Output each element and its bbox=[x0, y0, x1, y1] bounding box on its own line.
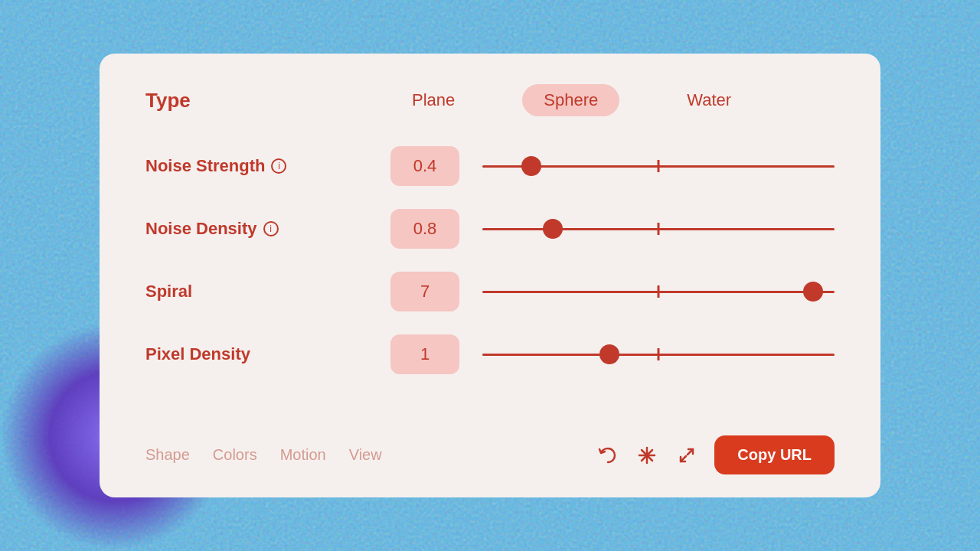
slider-row-noise-strength: Noise Strength i 0.4 bbox=[145, 139, 835, 193]
tab-shape[interactable]: Shape bbox=[145, 446, 190, 464]
main-panel: Type Plane Sphere Water Noise Strength i… bbox=[100, 54, 880, 497]
noise-strength-slider[interactable] bbox=[482, 158, 835, 174]
noise-density-thumb[interactable] bbox=[543, 219, 563, 239]
pixel-density-midmark bbox=[658, 348, 660, 360]
spiral-midmark bbox=[658, 285, 660, 298]
noise-strength-thumb[interactable] bbox=[521, 156, 541, 176]
type-option-sphere[interactable]: Sphere bbox=[522, 84, 619, 116]
noise-strength-track bbox=[482, 165, 835, 168]
noise-density-slider[interactable] bbox=[482, 221, 835, 236]
type-row: Type Plane Sphere Water bbox=[145, 84, 835, 116]
spiral-label: Spiral bbox=[145, 282, 390, 302]
bottom-bar: Shape Colors Motion View bbox=[145, 428, 835, 474]
sliders-section: Noise Strength i 0.4 Noise Density i 0.8 bbox=[145, 139, 835, 412]
spiral-thumb[interactable] bbox=[803, 282, 823, 302]
randomize-icon[interactable] bbox=[635, 443, 659, 468]
tab-view[interactable]: View bbox=[349, 446, 382, 464]
slider-row-pixel-density: Pixel Density 1 bbox=[145, 328, 835, 381]
pixel-density-thumb[interactable] bbox=[599, 344, 619, 364]
undo-icon[interactable] bbox=[595, 443, 619, 468]
nav-tabs: Shape Colors Motion View bbox=[145, 446, 595, 464]
type-label: Type bbox=[145, 89, 390, 112]
noise-density-midmark bbox=[658, 223, 660, 235]
spiral-slider[interactable] bbox=[482, 284, 835, 299]
copy-url-button[interactable]: Copy URL bbox=[714, 435, 835, 474]
noise-strength-value[interactable]: 0.4 bbox=[390, 146, 459, 186]
pixel-density-slider[interactable] bbox=[482, 347, 835, 362]
spiral-value[interactable]: 7 bbox=[390, 272, 459, 311]
noise-density-value[interactable]: 0.8 bbox=[390, 209, 459, 249]
action-icons bbox=[595, 443, 699, 468]
type-option-plane[interactable]: Plane bbox=[390, 84, 476, 116]
pixel-density-track bbox=[482, 354, 835, 356]
noise-strength-label: Noise Strength i bbox=[145, 156, 390, 176]
pixel-density-label: Pixel Density bbox=[145, 344, 390, 364]
spiral-track bbox=[482, 291, 835, 293]
expand-icon[interactable] bbox=[675, 443, 699, 468]
tab-motion[interactable]: Motion bbox=[280, 446, 326, 464]
slider-row-noise-density: Noise Density i 0.8 bbox=[145, 202, 835, 256]
slider-row-spiral: Spiral 7 bbox=[145, 265, 835, 318]
noise-density-track bbox=[482, 228, 835, 230]
noise-density-info-icon[interactable]: i bbox=[263, 221, 279, 236]
type-options: Plane Sphere Water bbox=[390, 84, 835, 116]
noise-density-label: Noise Density i bbox=[145, 219, 390, 239]
pixel-density-value[interactable]: 1 bbox=[390, 334, 459, 374]
tab-colors[interactable]: Colors bbox=[213, 446, 257, 464]
noise-strength-info-icon[interactable]: i bbox=[271, 158, 286, 174]
type-option-water[interactable]: Water bbox=[665, 84, 753, 116]
noise-strength-midmark bbox=[658, 160, 660, 172]
